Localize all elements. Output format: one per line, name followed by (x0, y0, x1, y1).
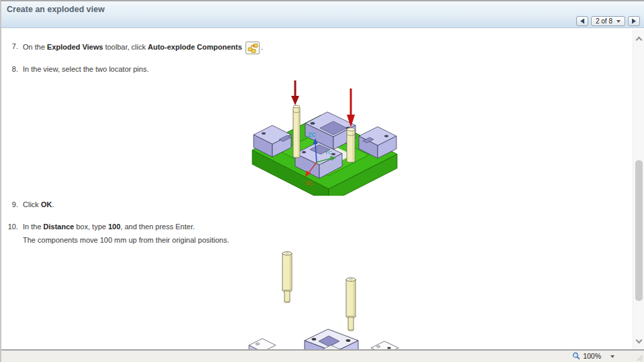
page-navigation: 2 of 8 (576, 16, 640, 26)
step-10-result-text: The components move 100 mm up from their… (23, 236, 229, 244)
text-segment-bold: 100 (108, 223, 120, 231)
locator-pin-left[interactable] (293, 105, 300, 158)
page-indicator-dropdown[interactable]: 2 of 8 (591, 16, 625, 26)
figure-exploded-result (239, 247, 408, 351)
page-indicator-label: 2 of 8 (596, 17, 612, 25)
axis-label-zc: ZC (308, 131, 316, 138)
step-8: 8. In the view, select the two locator p… (5, 64, 149, 74)
explode-arrow-left (291, 80, 299, 105)
text-segment: . (52, 200, 54, 208)
step-number: 9. (5, 200, 18, 210)
step-text: In the view, select the two locator pins… (23, 64, 149, 74)
exploded-pin-right (346, 278, 356, 330)
help-content: 7. On the Exploded Views toolbar, click … (1, 29, 633, 351)
text-segment: On the (23, 43, 47, 51)
scrollbar-thumb[interactable] (635, 160, 643, 301)
auto-explode-components-icon (246, 42, 260, 54)
chevron-down-icon[interactable] (610, 355, 614, 358)
text-segment: . (261, 43, 263, 51)
prev-arrow-icon (580, 18, 585, 24)
step-text: Click OK. (23, 200, 54, 210)
step-9: 9. Click OK. (5, 200, 54, 210)
step-10: 10. In the Distance box, type 100, and t… (5, 222, 195, 232)
next-page-button[interactable] (628, 16, 640, 26)
page-title: Create an exploded view (7, 5, 105, 14)
zoom-control[interactable]: 100% (572, 352, 601, 360)
chevron-up-icon[interactable] (636, 37, 643, 44)
vertical-scrollbar[interactable] (633, 29, 644, 351)
step-7: 7. On the Exploded Views toolbar, click … (5, 42, 263, 54)
text-segment-bold: OK (41, 200, 52, 208)
text-segment: box, type (74, 223, 108, 231)
prev-page-button[interactable] (576, 16, 588, 26)
figure-assembly-select-pins: ZC YC XC (241, 76, 408, 196)
zoom-level-label: 100% (583, 352, 601, 360)
locator-pin-right[interactable] (347, 128, 355, 162)
chevron-down-icon (616, 20, 621, 23)
text-segment: toolbar, click (103, 43, 148, 51)
status-bar: 100% (1, 349, 644, 362)
step-number: 10. (5, 222, 18, 232)
resize-grip[interactable] (636, 354, 643, 361)
chevron-down-icon[interactable] (636, 337, 643, 344)
exploded-pin-left (282, 251, 292, 302)
axis-label-yc: YC (325, 149, 332, 156)
titlebar: Create an exploded view 2 of 8 (1, 1, 644, 28)
center-block (305, 329, 358, 351)
step-number: 8. (5, 64, 18, 74)
help-window: Create an exploded view 2 of 8 7. On the… (0, 0, 644, 362)
text-segment: , and then press Enter. (121, 223, 195, 231)
text-segment-bold: Distance (44, 223, 74, 231)
text-segment-bold: Exploded Views (47, 43, 103, 51)
zoom-magnifier-icon (572, 352, 580, 360)
text-segment-bold: Auto-explode Components (148, 43, 242, 51)
step-text: In the Distance box, type 100, and then … (23, 222, 195, 232)
text-segment: In the (23, 223, 44, 231)
axis-label-xc: XC (305, 180, 314, 186)
next-arrow-icon (631, 18, 637, 24)
text-segment: Click (23, 200, 41, 208)
step-number: 7. (5, 42, 18, 54)
step-text: On the Exploded Views toolbar, click Aut… (23, 42, 263, 54)
